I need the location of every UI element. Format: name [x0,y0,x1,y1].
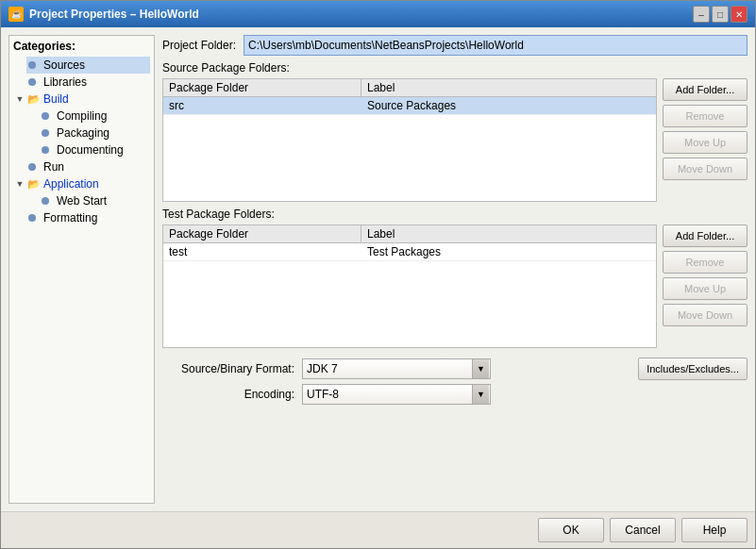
encoding-select[interactable]: UTF-8 ISO-8859-1 US-ASCII [302,384,491,405]
help-button[interactable]: Help [681,518,748,542]
sidebar-item-label: Run [43,160,64,174]
sidebar-item-label: Formatting [43,211,97,225]
encoding-row: Encoding: UTF-8 ISO-8859-1 US-ASCII ▼ [162,384,748,405]
sidebar-item-label: Compiling [57,109,107,123]
sidebar-item-label: Web Start [57,194,107,208]
source-row-label: Source Packages [361,97,656,114]
test-btn-group: Add Folder... Remove Move Up Move Down [663,225,748,348]
bottom-fields: Source/Binary Format: JDK 7 JDK 8 JDK 11… [162,358,748,405]
sidebar-item-label: Sources [43,58,85,72]
footer: OK Cancel Help [1,511,755,548]
source-binary-select[interactable]: JDK 7 JDK 8 JDK 11 JDK 17 [302,358,491,379]
categories-panel: Categories: Sources Libraries ▼ 📂 Build … [8,35,155,504]
table-row[interactable]: src Source Packages [163,97,656,115]
source-package-content: Package Folder Label src Source Packages… [162,78,748,202]
sidebar-item-webstart[interactable]: Web Start [40,192,150,209]
encoding-label: Encoding: [162,388,294,401]
test-remove-button[interactable]: Remove [663,251,748,274]
sidebar-item-documenting[interactable]: Documenting [40,141,150,158]
source-binary-row: Source/Binary Format: JDK 7 JDK 8 JDK 11… [162,358,748,380]
test-table-body: test Test Packages [163,243,656,347]
source-row-package: src [163,97,361,114]
window-controls: – □ ✕ [693,6,748,23]
dot-icon [26,210,42,225]
sidebar-item-label: Documenting [57,143,124,157]
right-panel: Project Folder: Source Package Folders: … [162,35,748,504]
test-move-up-button[interactable]: Move Up [663,277,748,300]
source-binary-label: Source/Binary Format: [162,362,294,375]
test-add-folder-button[interactable]: Add Folder... [663,225,748,247]
minimize-button[interactable]: – [693,6,710,23]
folder-open-icon: 📂 [26,92,42,107]
sidebar-item-label: Libraries [43,75,87,89]
dot-icon [40,108,55,124]
test-col-label: Label [361,225,656,242]
expand-icon: ▼ [13,92,26,106]
ok-button[interactable]: OK [538,518,604,542]
sidebar-item-application[interactable]: ▼ 📂 Application [13,175,150,192]
cancel-button[interactable]: Cancel [610,518,676,542]
source-col-package: Package Folder [163,79,361,96]
source-package-table: Package Folder Label src Source Packages [162,78,657,202]
window-title: Project Properties – HelloWorld [29,8,199,21]
sidebar-item-formatting[interactable]: Formatting [26,209,150,226]
dot-icon [40,142,55,158]
dot-icon [26,58,42,73]
source-remove-button[interactable]: Remove [663,105,748,127]
folder-open-icon: 📂 [26,176,42,191]
dot-icon [26,75,42,90]
includes-excludes-button[interactable]: Includes/Excludes... [638,358,748,380]
test-package-section: Test Package Folders: Package Folder Lab… [162,208,748,348]
sidebar-item-packaging[interactable]: Packaging [40,125,150,141]
source-btn-group: Add Folder... Remove Move Up Move Down [663,78,748,202]
test-col-package: Package Folder [163,225,361,242]
sidebar-item-run[interactable]: Run [26,158,150,175]
project-folder-label: Project Folder: [162,39,236,52]
source-move-down-button[interactable]: Move Down [663,158,748,180]
test-table-header: Package Folder Label [163,225,656,243]
dot-icon [40,193,55,208]
app-icon: ☕ [8,7,24,22]
test-package-content: Package Folder Label test Test Packages … [162,225,748,348]
project-folder-input[interactable] [244,35,748,56]
sidebar-item-label: Application [43,177,99,191]
source-table-header: Package Folder Label [163,79,656,97]
close-button[interactable]: ✕ [731,6,748,23]
source-binary-select-container: JDK 7 JDK 8 JDK 11 JDK 17 ▼ [302,358,491,379]
maximize-button[interactable]: □ [712,6,729,23]
source-package-label: Source Package Folders: [162,61,748,75]
categories-label: Categories: [13,40,150,53]
encoding-select-container: UTF-8 ISO-8859-1 US-ASCII ▼ [302,384,491,405]
main-window: ☕ Project Properties – HelloWorld – □ ✕ … [0,0,756,549]
sidebar-item-libraries[interactable]: Libraries [26,74,150,91]
test-move-down-button[interactable]: Move Down [663,304,748,326]
source-col-label: Label [361,79,656,96]
test-package-table: Package Folder Label test Test Packages [162,225,657,348]
source-add-folder-button[interactable]: Add Folder... [663,78,748,101]
expand-icon: ▼ [13,177,26,191]
source-table-body: src Source Packages [163,97,656,201]
dot-icon [26,159,42,175]
dot-icon [40,125,55,141]
sidebar-item-compiling[interactable]: Compiling [40,108,150,125]
source-move-up-button[interactable]: Move Up [663,131,748,154]
test-row-package: test [163,243,361,260]
sidebar-item-build[interactable]: ▼ 📂 Build [13,91,150,108]
sidebar-item-sources[interactable]: Sources [26,57,150,74]
source-package-section: Source Package Folders: Package Folder L… [162,61,748,202]
test-row-label: Test Packages [361,243,656,260]
sidebar-item-label: Packaging [57,126,109,140]
sidebar-item-label: Build [43,92,69,106]
test-package-label: Test Package Folders: [162,208,748,221]
project-folder-row: Project Folder: [162,35,748,56]
title-bar: ☕ Project Properties – HelloWorld – □ ✕ [1,1,755,27]
table-row[interactable]: test Test Packages [163,243,656,261]
